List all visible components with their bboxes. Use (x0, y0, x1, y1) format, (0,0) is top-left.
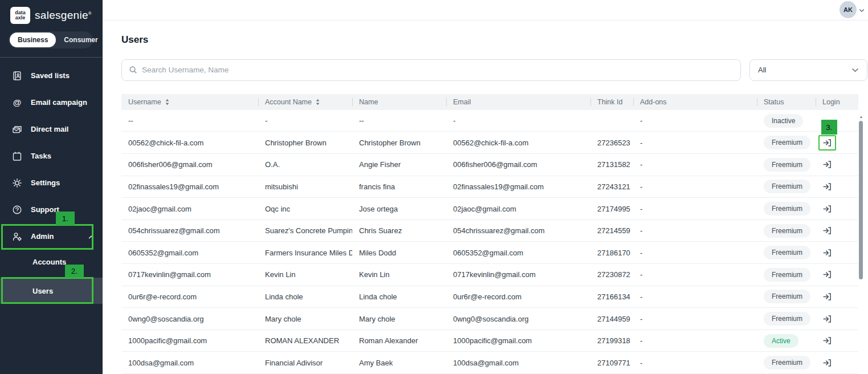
chevron-down-icon[interactable] (859, 5, 865, 15)
cell-addons: - (633, 132, 757, 153)
cell-think_id: 27214559 (590, 220, 633, 242)
filter-value: All (758, 66, 766, 74)
cell-status: Inactive (757, 110, 816, 132)
login-icon[interactable] (822, 204, 832, 214)
cell-email: 0ur6r@e-record.com (446, 286, 590, 308)
sidebar-subitem-accounts[interactable]: Accounts (0, 250, 103, 274)
column-label: Email (453, 98, 471, 106)
status-badge: Freemium (764, 136, 810, 149)
cell-username: 0wng0@soscandia.org (121, 308, 258, 330)
sidebar-item-label: Tasks (31, 152, 95, 160)
cell-think_id (590, 110, 633, 132)
users-table: UsernameAccount NameNameEmailThink IdAdd… (121, 94, 858, 374)
login-icon[interactable] (822, 270, 832, 279)
cell-status: Freemium (757, 286, 816, 308)
cell-status: Active (757, 330, 816, 352)
annotation-step-2-label: 2. (65, 265, 84, 278)
sidebar-item-label: Settings (31, 178, 95, 187)
search-icon (129, 66, 137, 74)
cell-username: 1000pacific@gmail.com (121, 330, 258, 352)
column-label: Name (359, 98, 378, 106)
cell-username: -- (121, 110, 258, 132)
login-icon[interactable] (822, 358, 832, 368)
login-icon[interactable] (822, 248, 832, 258)
status-badge: Active (764, 334, 798, 348)
cell-addons: - (633, 330, 757, 352)
column-label: Status (764, 98, 784, 106)
table-header: UsernameAccount NameNameEmailThink IdAdd… (121, 94, 858, 110)
table-row: 1000pacific@gmail.comROMAN ALEXANDERRoma… (121, 330, 858, 352)
column-header-account_name[interactable]: Account Name (258, 94, 352, 110)
sort-icon[interactable] (315, 99, 320, 105)
login-icon[interactable] (822, 314, 832, 324)
cell-username: 100dsa@gmail.com (121, 352, 258, 373)
admin-subnav: AccountsUsers (0, 250, 103, 304)
cell-login (816, 352, 858, 373)
status-badge: Freemium (764, 268, 810, 282)
sort-icon[interactable] (165, 99, 170, 105)
sidebar-item-admin[interactable]: Admin (0, 223, 103, 250)
scrollbar-thumb[interactable] (859, 121, 863, 279)
cell-username: 0717kevinlin@gmail.com (121, 264, 258, 286)
cell-username: 054chrissuarez@gmail.com (121, 220, 258, 242)
cell-login (816, 132, 858, 153)
cell-addons: - (633, 220, 757, 242)
login-icon[interactable] (818, 135, 836, 151)
cell-username: 02finassales19@gmail.com (121, 176, 258, 198)
column-header-addons: Add-ons (633, 94, 757, 110)
status-badge: Freemium (764, 290, 810, 303)
cell-status: Freemium (757, 220, 816, 242)
column-header-username[interactable]: Username (121, 94, 258, 110)
sidebar-item-label: Direct mail (31, 125, 95, 133)
cell-account_name: Oqc inc (258, 198, 352, 219)
sidebar-item-support[interactable]: Support (0, 196, 103, 223)
sidebar-subitem-users[interactable]: Users (0, 278, 103, 304)
sidebar-item-tasks[interactable]: Tasks (0, 143, 103, 169)
cell-addons: - (633, 110, 757, 132)
cell-name: Roman Alexander (352, 330, 446, 352)
mail-icon (12, 124, 22, 135)
cell-name: Chris Suarez (352, 220, 446, 242)
avatar[interactable]: AK (840, 1, 857, 18)
cell-name: Amy Baek (352, 352, 446, 373)
search-input[interactable] (142, 66, 733, 74)
cell-login (816, 264, 858, 286)
status-badge: Inactive (764, 114, 803, 128)
sidebar-item-direct-mail[interactable]: Direct mail (0, 116, 103, 143)
cell-status: Freemium (757, 264, 816, 286)
login-icon[interactable] (822, 336, 832, 345)
cell-think_id: 27144959 (590, 308, 633, 330)
cell-username: 0ur6r@e-record.com (121, 286, 258, 308)
app-window: data axle salesgenie® Business Consumer … (0, 0, 868, 374)
cell-status: Freemium (757, 308, 816, 330)
column-label: Think Id (597, 98, 622, 106)
cell-name: Miles Dodd (352, 242, 446, 263)
product-name: salesgenie® (35, 9, 92, 22)
cell-account_name: Kevin Lin (258, 264, 352, 286)
login-icon[interactable] (822, 292, 832, 302)
sidebar-item-saved-lists[interactable]: Saved lists (0, 62, 103, 89)
login-icon[interactable] (822, 160, 832, 169)
column-label: Account Name (265, 98, 312, 106)
cell-email: 0605352@gmail.com (446, 242, 590, 263)
cell-addons: - (633, 352, 757, 373)
cell-email: 02jaoc@gmail.com (446, 198, 590, 219)
sidebar-item-label: Saved lists (31, 71, 95, 80)
login-icon[interactable] (822, 226, 832, 235)
cell-account_name: ROMAN ALEXANDER (258, 330, 352, 352)
sidebar-item-email-campaign[interactable]: @Email campaign (0, 89, 103, 116)
cell-account_name: - (258, 110, 352, 132)
toggle-consumer[interactable]: Consumer (56, 32, 105, 47)
login-icon[interactable] (822, 182, 832, 192)
cell-email: - (446, 110, 590, 132)
search-box (121, 59, 741, 81)
status-filter-dropdown[interactable]: All (749, 59, 867, 81)
cell-think_id: 27243121 (590, 176, 633, 198)
cell-email: 00562@chick-fil-a.com (446, 132, 590, 153)
toggle-business[interactable]: Business (10, 32, 56, 47)
cell-status: Freemium (757, 176, 816, 198)
cell-addons: - (633, 154, 757, 176)
sidebar-item-settings[interactable]: Settings (0, 169, 103, 196)
column-header-name: Name (352, 94, 446, 110)
scroll-up-arrow[interactable]: ▲ (858, 114, 864, 120)
